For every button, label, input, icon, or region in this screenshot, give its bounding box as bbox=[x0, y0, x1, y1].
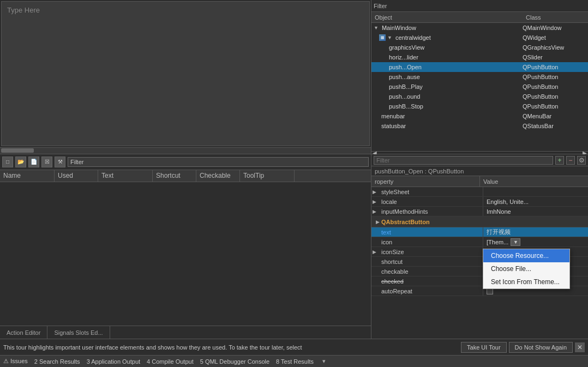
status-qml-debugger[interactable]: 5 QML Debugger Console bbox=[200, 358, 269, 365]
tree-row-centralwidget[interactable]: ▦ ▼ centralwidget QWidget bbox=[371, 33, 588, 43]
wrench-icon[interactable]: ⚒ bbox=[55, 157, 65, 167]
prop-name: inputMethodHints bbox=[377, 207, 483, 216]
col-header-name: Name bbox=[0, 170, 55, 182]
expand-icon: ▼ bbox=[387, 35, 392, 40]
context-menu-item-file[interactable]: Choose File... bbox=[483, 262, 569, 275]
section-label: QAbstractButton bbox=[381, 219, 430, 225]
bottom-tabs: Action Editor Signals Slots Ed... bbox=[0, 326, 371, 339]
new-icon[interactable]: □ bbox=[2, 157, 13, 167]
obj-name: statusbar bbox=[379, 123, 523, 129]
prop-filter-wrench-btn[interactable]: ⚙ bbox=[577, 156, 586, 165]
opendir-icon[interactable]: 📄 bbox=[28, 157, 39, 167]
tree-row-pushplay[interactable]: pushB...Play QPushButton bbox=[371, 82, 588, 92]
class-name: QPushButton bbox=[523, 83, 588, 90]
tree-row-statusbar[interactable]: statusbar QStatusBar bbox=[371, 121, 588, 131]
prop-col-property: roperty bbox=[371, 176, 480, 186]
prop-row-stylesheet[interactable]: ▶ styleSheet bbox=[371, 187, 588, 197]
prop-arrow-icon: ▶ bbox=[371, 249, 377, 255]
prop-name: shortcut bbox=[377, 257, 483, 266]
col-header-used: Used bbox=[55, 170, 98, 182]
prop-col-value: Value bbox=[480, 178, 588, 185]
property-filter-input[interactable] bbox=[374, 156, 553, 165]
obj-name: graphicsView bbox=[387, 44, 523, 51]
prop-name: locale bbox=[377, 197, 483, 206]
prop-name: checked bbox=[377, 276, 483, 286]
icon-choose-btn[interactable]: ▼ bbox=[511, 238, 520, 246]
prop-row-icon[interactable]: icon [Them... ▼ bbox=[371, 237, 588, 247]
prop-name: iconSize bbox=[377, 247, 483, 256]
obj-name: menubar bbox=[379, 113, 523, 119]
canvas-placeholder: Type Here bbox=[7, 6, 40, 14]
prop-value: ImhNone bbox=[483, 208, 588, 215]
tree-row-pushound[interactable]: push...ound QPushButton bbox=[371, 92, 588, 101]
scrollbar-thumb[interactable] bbox=[1, 148, 34, 153]
class-name: QPushButton bbox=[523, 93, 588, 100]
widget-icon: ▦ bbox=[379, 34, 386, 41]
col-header-text: Text bbox=[98, 170, 153, 182]
prop-name: text bbox=[377, 227, 483, 237]
prop-name: icon bbox=[377, 237, 483, 246]
take-ui-tour-button[interactable]: Take UI Tour bbox=[461, 342, 507, 353]
action-table-body bbox=[0, 182, 371, 326]
class-name: QSlider bbox=[523, 54, 588, 61]
prop-row-text[interactable]: text 打开视频 bbox=[371, 227, 588, 237]
context-menu-item-resource[interactable]: Choose Resource... bbox=[483, 249, 569, 262]
action-table-header: Name Used Text Shortcut Checkable ToolTi… bbox=[0, 170, 371, 182]
icon-value-text: [Them... bbox=[487, 239, 508, 245]
open-icon[interactable]: 📂 bbox=[15, 157, 26, 167]
obj-name: push...ause bbox=[387, 74, 523, 80]
prop-filter-add-btn[interactable]: + bbox=[555, 156, 564, 165]
prop-arrow-icon: ▶ bbox=[371, 209, 377, 214]
tree-row-pushopen[interactable]: push...Open QPushButton bbox=[371, 62, 588, 72]
tree-row-hslider[interactable]: horiz...lider QSlider bbox=[371, 52, 588, 62]
class-name: QPushButton bbox=[523, 74, 588, 80]
tree-row-graphicsview[interactable]: graphicsView QGraphicsView bbox=[371, 43, 588, 52]
scrollbar-track[interactable] bbox=[1, 148, 370, 153]
tree-row-mainwindow[interactable]: ▼ MainWindow QMainWindow bbox=[371, 23, 588, 33]
action-toolbar: □ 📂 📄 ☒ ⚒ Filter bbox=[0, 154, 371, 170]
status-compile[interactable]: 4 Compile Output bbox=[147, 358, 194, 365]
obj-name: centralwidget bbox=[393, 34, 523, 41]
status-dropdown-icon[interactable]: ▾ bbox=[322, 358, 326, 365]
prop-arrow-icon: ▶ bbox=[371, 189, 377, 195]
class-name: QWidget bbox=[523, 34, 588, 41]
prop-name: styleSheet bbox=[377, 187, 483, 196]
tree-row-pushause[interactable]: push...ause QPushButton bbox=[371, 72, 588, 82]
class-name: QMenuBar bbox=[523, 113, 588, 119]
status-app-output[interactable]: 3 Application Output bbox=[87, 358, 140, 365]
prop-row-locale[interactable]: ▶ locale English, Unite... bbox=[371, 197, 588, 207]
col-header-tooltip: ToolTip bbox=[240, 170, 295, 182]
prop-name: autoRepeat bbox=[377, 286, 483, 296]
class-name: QStatusBar bbox=[523, 123, 588, 129]
tab-action-editor[interactable]: Action Editor bbox=[0, 326, 47, 339]
obj-name: pushB...Play bbox=[387, 83, 523, 90]
class-name: QPushButton bbox=[523, 64, 588, 70]
class-name: QMainWindow bbox=[523, 25, 588, 31]
tree-col-class: Class bbox=[523, 14, 588, 21]
col-header-shortcut: Shortcut bbox=[153, 170, 196, 182]
context-menu-item-theme[interactable]: Set Icon From Theme... bbox=[483, 275, 569, 288]
tree-row-pushstop[interactable]: pushB...Stop QPushButton bbox=[371, 101, 588, 111]
status-test[interactable]: 8 Test Results bbox=[276, 358, 314, 365]
class-name: QGraphicsView bbox=[523, 44, 588, 51]
expand-icon: ▼ bbox=[374, 25, 379, 31]
do-not-show-again-button[interactable]: Do Not Show Again bbox=[509, 342, 573, 353]
col-header-checkable: Checkable bbox=[196, 170, 240, 182]
class-name: QPushButton bbox=[523, 103, 588, 110]
delete-icon[interactable]: ☒ bbox=[41, 157, 52, 167]
tour-text: This tour highlights important user inte… bbox=[3, 344, 459, 351]
horizontal-scrollbar[interactable] bbox=[0, 147, 371, 154]
prop-row-inputmethodhints[interactable]: ▶ inputMethodHints ImhNone bbox=[371, 207, 588, 216]
status-search[interactable]: 2 Search Results bbox=[34, 358, 80, 365]
tree-row-menubar[interactable]: menubar QMenuBar bbox=[371, 111, 588, 121]
property-object-label: pushButton_Open : QPushButton bbox=[371, 166, 588, 176]
prop-value: 打开视频 bbox=[483, 228, 588, 236]
obj-name: pushB...Stop bbox=[387, 103, 523, 110]
filter-label: Filter bbox=[374, 3, 387, 9]
tour-close-button[interactable]: ✕ bbox=[575, 342, 585, 352]
tab-signals-slots[interactable]: Signals Slots Ed... bbox=[47, 326, 110, 339]
prop-filter-minus-btn[interactable]: − bbox=[566, 156, 575, 165]
obj-name: horiz...lider bbox=[387, 54, 523, 61]
section-qabstractbutton: ▶ QAbstractButton bbox=[371, 216, 588, 227]
status-issues[interactable]: ⚠ Issues bbox=[3, 358, 28, 365]
